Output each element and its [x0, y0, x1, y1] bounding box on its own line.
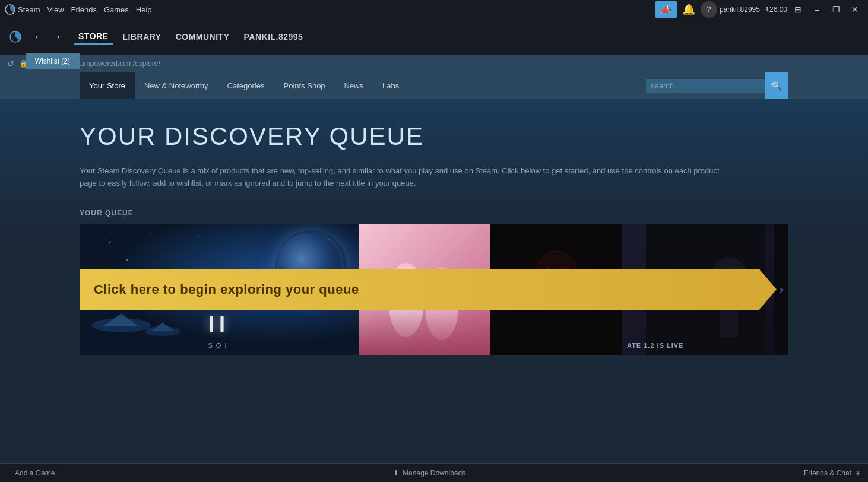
broadcast-button[interactable]: 📣 — [655, 1, 677, 18]
svg-point-5 — [198, 236, 198, 236]
help-button[interactable]: ? — [701, 1, 717, 18]
friends-menu[interactable]: Friends — [71, 5, 97, 14]
manage-downloads-label: Manage Downloads — [403, 469, 465, 477]
titlebar-right: 📣 🔔 ? pankil.82995 ₹26.00 ⊟ – ❐ ✕ — [655, 1, 863, 18]
titlebar-left: Steam View Friends Games Help — [5, 4, 152, 15]
wishlist-button[interactable]: Wishlist (2) — [26, 53, 80, 69]
last-game-text: ATE 1.2 IS LIVE — [627, 342, 684, 349]
store-nav: Wishlist (2) Your Store New & Noteworthy… — [0, 72, 868, 99]
store-nav-new-noteworthy[interactable]: New & Noteworthy — [135, 72, 218, 99]
address-icons: ↺ 🔒 — [5, 58, 28, 69]
store-nav-categories[interactable]: Categories — [218, 72, 274, 99]
friends-chat-label: Friends & Chat — [804, 469, 851, 477]
steam-logo — [9, 31, 21, 43]
back-button[interactable]: ← — [31, 28, 46, 46]
page-title: YOUR DISCOVERY QUEUE — [80, 122, 788, 151]
view-menu[interactable]: View — [47, 5, 64, 14]
navbar: ← → STORE LIBRARY COMMUNITY PANKIL.82995 — [0, 19, 868, 55]
games-menu[interactable]: Games — [104, 5, 129, 14]
store-nav-points-shop[interactable]: Points Shop — [274, 72, 334, 99]
store-nav-news[interactable]: News — [335, 72, 373, 99]
nav-store[interactable]: STORE — [74, 29, 113, 45]
account-info: pankil.82995 ₹26.00 — [720, 5, 787, 14]
game-subtitle: SOI — [208, 342, 230, 349]
svg-point-4 — [126, 259, 128, 261]
friends-icon: ⊞ — [855, 469, 861, 477]
cta-text: Click here to begin exploring your queue — [94, 282, 359, 297]
game-title-numeral: II — [208, 312, 230, 337]
add-game-label: Add a Game — [15, 469, 55, 477]
nav-arrows: ← → — [31, 28, 64, 46]
svg-marker-13 — [151, 322, 175, 331]
queue-label: YOUR QUEUE — [80, 209, 788, 217]
manage-downloads-button[interactable]: ⬇ Manage Downloads — [55, 469, 804, 477]
add-game-button[interactable]: + Add a Game — [7, 469, 55, 477]
addressbar: ↺ 🔒 https://store.steampowered.com/explo… — [0, 55, 868, 72]
help-menu[interactable]: Help — [136, 5, 152, 14]
add-game-icon: + — [7, 469, 11, 477]
cta-banner[interactable]: Click here to begin exploring your queue — [80, 269, 777, 310]
minimize-button[interactable]: – — [809, 2, 825, 17]
store-nav-labs[interactable]: Labs — [373, 72, 408, 99]
queue-container: II SOI — [80, 224, 788, 355]
titlebar: Steam View Friends Games Help 📣 🔔 ? pank… — [0, 0, 868, 19]
steam-menu[interactable]: Steam — [5, 4, 40, 15]
display-button[interactable]: ⊟ — [790, 2, 806, 17]
restore-button[interactable]: ❐ — [828, 2, 844, 17]
search-input[interactable] — [646, 79, 765, 93]
fairy-bottom-gradient — [359, 303, 490, 355]
nav-profile[interactable]: PANKIL.82995 — [239, 30, 308, 44]
main-content: YOUR DISCOVERY QUEUE Your Steam Discover… — [0, 99, 868, 443]
store-nav-your-store[interactable]: Your Store — [80, 72, 135, 99]
forward-button[interactable]: → — [49, 28, 64, 46]
bottombar: + Add a Game ⬇ Manage Downloads Friends … — [0, 463, 868, 482]
svg-point-2 — [109, 242, 110, 243]
addr-back-button[interactable]: ↺ — [5, 58, 17, 69]
store-search: 🔍 — [646, 72, 788, 99]
nav-community[interactable]: COMMUNITY — [171, 30, 235, 44]
svg-point-3 — [150, 233, 151, 234]
svg-point-7 — [328, 239, 329, 239]
page-description: Your Steam Discovery Queue is a mix of p… — [80, 165, 733, 190]
account-balance: ₹26.00 — [765, 5, 787, 14]
notification-button[interactable]: 🔔 — [679, 1, 698, 18]
nav-library[interactable]: LIBRARY — [118, 30, 166, 44]
friends-chat-button[interactable]: Friends & Chat ⊞ — [804, 469, 861, 477]
search-button[interactable]: 🔍 — [765, 72, 788, 99]
download-icon: ⬇ — [393, 469, 399, 477]
account-name[interactable]: pankil.82995 — [720, 5, 760, 14]
close-button[interactable]: ✕ — [847, 2, 863, 17]
